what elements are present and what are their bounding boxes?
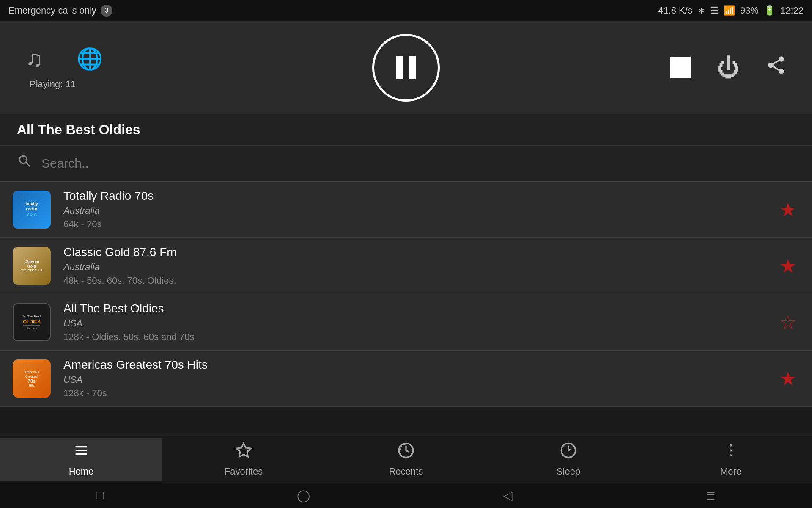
- pause-button[interactable]: [372, 34, 440, 102]
- power-icon[interactable]: ⏻: [717, 54, 740, 81]
- signal-icon: ☰: [710, 5, 719, 16]
- favorite-button[interactable]: ★: [776, 198, 799, 221]
- search-icon: [17, 153, 33, 173]
- svg-point-3: [730, 444, 732, 447]
- station-name: Americas Greatest 70s Hits: [63, 358, 776, 372]
- svg-marker-0: [236, 443, 250, 457]
- nav-item-sleep[interactable]: Sleep: [487, 438, 650, 481]
- pause-button-container: [372, 34, 440, 102]
- pause-bar-left: [396, 56, 403, 79]
- stop-button[interactable]: [670, 57, 691, 78]
- station-logo: All The Best OLDIES the new: [13, 303, 51, 341]
- network-speed: 41.8 K/s: [658, 5, 692, 16]
- station-country: USA: [63, 318, 776, 329]
- favorite-button[interactable]: ★: [776, 254, 799, 278]
- nav-item-more[interactable]: More: [650, 438, 812, 481]
- station-logo: America's Greatest 70s Hits: [13, 359, 51, 398]
- pause-bar-right: [409, 56, 416, 79]
- globe-icon: 🌐: [77, 47, 103, 71]
- station-meta: 128k - 70s: [63, 388, 776, 399]
- station-logo: Classic Gold TOWNSVILLE: [13, 247, 51, 285]
- station-info: Americas Greatest 70s Hits USA 128k - 70…: [63, 358, 776, 399]
- svg-point-5: [730, 454, 732, 456]
- station-info: Classic Gold 87.6 Fm Australia 48k - 50s…: [63, 246, 776, 286]
- station-meta: 128k - Oldies. 50s. 60s and 70s: [63, 331, 776, 342]
- star-filled-icon: ★: [779, 255, 796, 277]
- station-name: Totally Radio 70s: [63, 189, 776, 203]
- more-icon: [722, 442, 739, 463]
- playing-label: Playing: 11: [30, 79, 76, 90]
- station-name: All The Best Oldies: [63, 302, 776, 315]
- list-item[interactable]: Classic Gold TOWNSVILLE Classic Gold 87.…: [0, 238, 812, 294]
- share-icon[interactable]: [765, 54, 787, 81]
- recents-icon: [398, 442, 414, 463]
- battery-icon: 🔋: [764, 5, 775, 16]
- nav-item-favorites[interactable]: Favorites: [162, 438, 325, 481]
- header-right: ⏻: [670, 54, 787, 81]
- back-button[interactable]: ◁: [503, 489, 513, 502]
- list-item[interactable]: totally radio 70's Totally Radio 70s Aus…: [0, 182, 812, 238]
- nav-label-sleep: Sleep: [557, 466, 580, 477]
- music-icon: ♫: [25, 45, 43, 72]
- emergency-text: Emergency calls only: [8, 5, 96, 16]
- favorite-button[interactable]: ☆: [776, 311, 799, 334]
- station-info: All The Best Oldies USA 128k - Oldies. 5…: [63, 302, 776, 342]
- now-playing-title: All The Best Oldies: [17, 122, 140, 137]
- nav-item-home[interactable]: Home: [0, 438, 162, 481]
- list-item[interactable]: America's Greatest 70s Hits Americas Gre…: [0, 351, 812, 407]
- nav-label-recents: Recents: [389, 466, 423, 477]
- station-logo: totally radio 70's: [13, 190, 51, 229]
- clock: 12:22: [780, 5, 804, 16]
- favorites-icon: [235, 442, 252, 463]
- search-input[interactable]: [41, 156, 795, 171]
- bottom-nav: Home Favorites Recents Sleep: [0, 436, 812, 483]
- station-country: Australia: [63, 262, 776, 273]
- wifi-icon: 📶: [724, 5, 735, 16]
- star-empty-icon: ☆: [779, 311, 796, 334]
- search-bar: [0, 146, 812, 182]
- menu-button[interactable]: ≣: [706, 489, 716, 502]
- notification-badge: 3: [101, 5, 112, 17]
- station-meta: 48k - 50s. 60s. 70s. Oldies.: [63, 275, 776, 286]
- home-icon: [73, 442, 90, 463]
- nav-item-recents[interactable]: Recents: [325, 438, 487, 481]
- svg-point-4: [730, 450, 732, 452]
- nav-label-home: Home: [69, 466, 94, 477]
- sleep-icon: [560, 442, 577, 463]
- battery-level: 93%: [740, 5, 759, 16]
- list-item[interactable]: All The Best OLDIES the new All The Best…: [0, 294, 812, 351]
- nav-label-favorites: Favorites: [225, 466, 263, 477]
- station-name: Classic Gold 87.6 Fm: [63, 246, 776, 259]
- pause-icon: [396, 56, 416, 79]
- home-button[interactable]: ◯: [297, 489, 310, 502]
- player-header: ♫ 🌐 Playing: 11 ⏻: [0, 21, 812, 114]
- status-left: Emergency calls only 3: [8, 5, 112, 17]
- star-filled-icon: ★: [779, 199, 796, 221]
- header-left-icons: ♫ 🌐: [25, 45, 103, 72]
- star-filled-icon: ★: [779, 367, 796, 390]
- station-country: USA: [63, 374, 776, 385]
- station-info: Totally Radio 70s Australia 64k - 70s: [63, 189, 776, 230]
- bluetooth-icon: ∗: [697, 5, 705, 16]
- station-list: totally radio 70's Totally Radio 70s Aus…: [0, 182, 812, 407]
- android-nav-bar: □ ◯ ◁ ≣: [0, 483, 812, 508]
- favorite-button[interactable]: ★: [776, 367, 799, 390]
- status-bar: Emergency calls only 3 41.8 K/s ∗ ☰ 📶 93…: [0, 0, 812, 21]
- header-left: ♫ 🌐 Playing: 11: [25, 45, 103, 90]
- station-country: Australia: [63, 205, 776, 216]
- square-button[interactable]: □: [96, 489, 104, 502]
- status-right: 41.8 K/s ∗ ☰ 📶 93% 🔋 12:22: [658, 5, 804, 16]
- now-playing-section: All The Best Oldies: [0, 114, 812, 146]
- nav-label-more: More: [720, 466, 741, 477]
- station-meta: 64k - 70s: [63, 219, 776, 230]
